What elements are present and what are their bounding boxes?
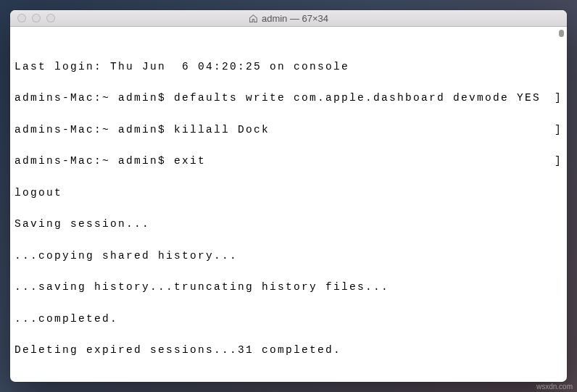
wrap-bracket: ] <box>555 156 563 167</box>
scrollbar-thumb[interactable] <box>559 30 564 37</box>
terminal-line: ...completed. <box>14 314 563 325</box>
line-text: admins-Mac:~ admin$ defaults write com.a… <box>14 93 541 104</box>
wrap-bracket: ] <box>555 125 563 135</box>
terminal-line: ...copying shared history... <box>14 251 563 262</box>
close-button[interactable] <box>17 14 26 22</box>
home-icon <box>249 14 258 23</box>
traffic-lights <box>17 14 55 22</box>
terminal-line: Saving session... <box>14 219 563 230</box>
terminal-line: Deleting expired sessions...31 completed… <box>14 345 563 356</box>
line-text: admins-Mac:~ admin$ killall Dock <box>14 125 270 135</box>
minimize-button[interactable] <box>32 14 41 22</box>
window-title: admin — 67×34 <box>249 13 328 24</box>
line-text: admins-Mac:~ admin$ exit <box>14 156 206 167</box>
terminal-line: Last login: Thu Jun 6 04:20:25 on consol… <box>14 62 563 72</box>
titlebar[interactable]: admin — 67×34 <box>10 10 567 27</box>
terminal-line: admins-Mac:~ admin$ exit] <box>14 156 563 167</box>
terminal-window: admin — 67×34 Last login: Thu Jun 6 04:2… <box>10 10 567 382</box>
window-title-text: admin — 67×34 <box>262 13 328 24</box>
wrap-bracket: ] <box>555 93 563 104</box>
zoom-button[interactable] <box>46 14 55 22</box>
terminal-line: logout <box>14 188 563 199</box>
terminal-line: admins-Mac:~ admin$ defaults write com.a… <box>14 93 563 104</box>
terminal-content[interactable]: Last login: Thu Jun 6 04:20:25 on consol… <box>10 27 567 382</box>
terminal-line: ...saving history...truncating history f… <box>14 282 563 293</box>
watermark: wsxdn.com <box>536 383 573 391</box>
terminal-line: admins-Mac:~ admin$ killall Dock] <box>14 125 563 135</box>
